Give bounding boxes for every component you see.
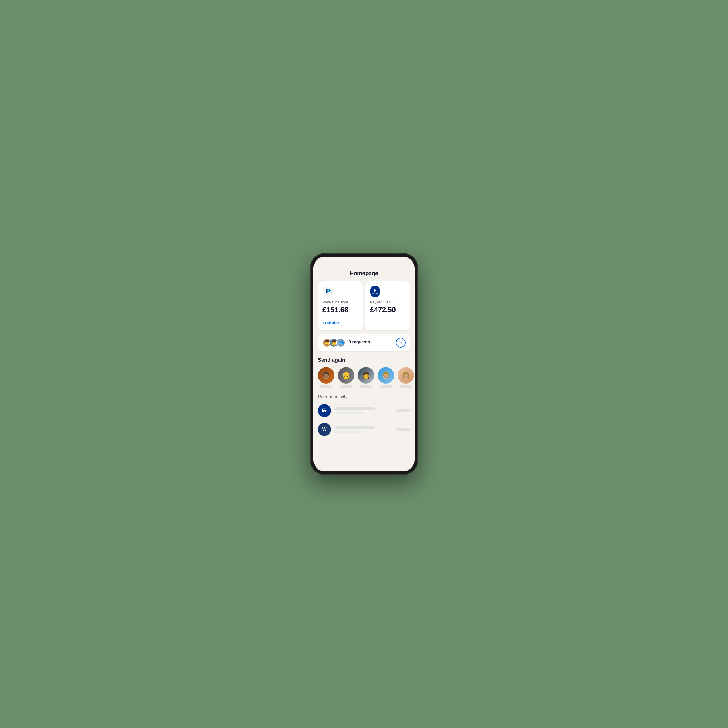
phone-screen: Homepage P P PayPal balance £151.68 <box>314 257 414 471</box>
contact-2[interactable]: 👴 <box>338 367 354 388</box>
recent-activity-title: Recent activity <box>318 395 410 399</box>
page-title: Homepage <box>314 267 414 281</box>
paypal-balance-card[interactable]: P P PayPal balance £151.68 Transfer <box>318 281 362 330</box>
activity-amount-2 <box>396 428 410 431</box>
contact-name-4 <box>380 385 392 388</box>
contact-4[interactable]: 👨🏼 <box>378 367 394 388</box>
requests-count: 3 requests <box>349 339 396 344</box>
contact-avatar-1: 👨🏽 <box>318 367 335 384</box>
activity-item-2[interactable]: W <box>318 423 410 436</box>
credit-logo: P Credit <box>370 286 380 297</box>
contact-face-2: 👴 <box>338 367 354 384</box>
requests-card[interactable]: 👦 👨 🧢 3 requests → <box>318 334 410 352</box>
requests-progress-bar <box>349 346 372 346</box>
contact-5[interactable]: 👩🏼 <box>398 367 414 388</box>
balance-label: PayPal balance <box>323 300 358 304</box>
activity-details-1 <box>335 407 392 414</box>
activity-icon-store <box>318 404 331 417</box>
activity-item-1[interactable] <box>318 404 410 417</box>
face-3: 🧢 <box>337 339 345 347</box>
contact-avatar-5: 👩🏼 <box>398 367 414 384</box>
activity-icon-w: W <box>318 423 331 436</box>
contact-name-2 <box>340 385 352 388</box>
contact-face-1: 👨🏽 <box>318 367 335 384</box>
activity-line2-2 <box>335 431 363 433</box>
contact-3[interactable]: 👩 <box>358 367 374 388</box>
request-avatar-3: 🧢 <box>336 338 345 347</box>
balance-divider <box>323 317 358 317</box>
credit-p-letter: P <box>374 288 376 292</box>
phone-device: Homepage P P PayPal balance £151.68 <box>310 253 418 475</box>
recent-activity-section: Recent activity W <box>314 395 414 436</box>
paypal-logo: P P <box>323 286 333 297</box>
contact-avatar-3: 👩 <box>358 367 374 384</box>
requests-avatars: 👦 👨 🧢 <box>323 338 345 347</box>
contact-avatar-4: 👨🏼 <box>378 367 394 384</box>
credit-amount: £472.50 <box>370 306 405 314</box>
credit-label: PayPal Credit <box>370 300 405 304</box>
send-again-title: Send again <box>314 357 414 363</box>
contact-name-3 <box>360 385 372 388</box>
contact-1[interactable]: 👨🏽 <box>318 367 335 388</box>
contact-name-1 <box>320 385 332 388</box>
activity-details-2 <box>335 426 392 433</box>
activity-line1-1 <box>335 407 375 410</box>
activity-line1-2 <box>335 426 375 429</box>
paypal-credit-card[interactable]: P Credit PayPal Credit £472.50 <box>366 281 410 330</box>
requests-info: 3 requests <box>349 339 396 346</box>
balance-amount: £151.68 <box>323 306 358 314</box>
activity-line2-1 <box>335 412 363 414</box>
status-bar <box>314 257 414 267</box>
contact-name-5 <box>399 385 412 388</box>
credit-divider <box>370 317 405 317</box>
requests-arrow-button[interactable]: → <box>396 338 405 347</box>
transfer-button[interactable]: Transfer <box>323 321 358 325</box>
contact-avatar-2: 👴 <box>338 367 354 384</box>
screen-content: Homepage P P PayPal balance £151.68 <box>314 267 414 471</box>
credit-label-icon: Credit <box>372 292 378 295</box>
activity-amount-1 <box>396 409 410 412</box>
contact-face-3: 👩 <box>358 367 374 384</box>
svg-text:P: P <box>327 288 331 294</box>
contact-face-5: 👩🏼 <box>398 367 414 384</box>
paypal-credit-icon: P Credit <box>370 286 380 297</box>
send-again-contacts: 👨🏽 👴 👩 <box>314 367 414 388</box>
contact-face-4: 👨🏼 <box>378 367 394 384</box>
balance-cards-row: P P PayPal balance £151.68 Transfer P Cr… <box>314 281 414 330</box>
